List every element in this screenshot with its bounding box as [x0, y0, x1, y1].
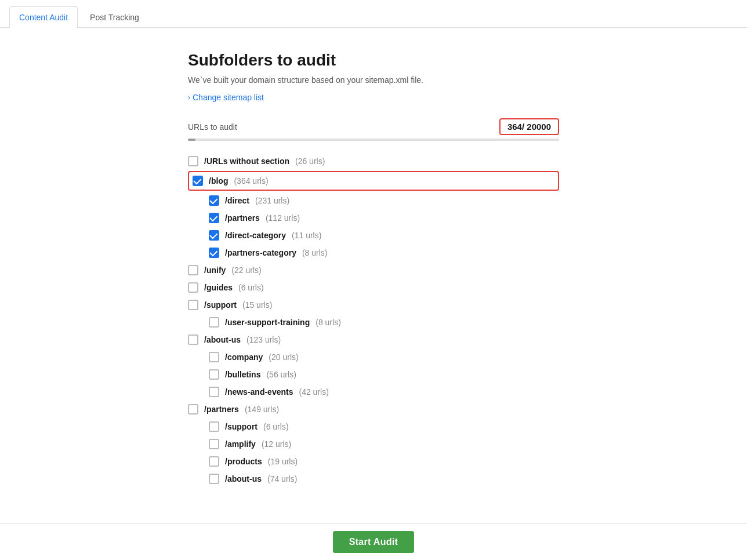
folder-count-about-us: (123 urls) [246, 335, 281, 344]
folder-item-amplify[interactable]: /amplify (12 urls) [188, 435, 559, 453]
checkbox-bulletins[interactable] [209, 369, 219, 380]
folder-item-direct-category[interactable]: /direct-category (11 urls) [188, 227, 559, 244]
checkbox-guides[interactable] [188, 282, 198, 293]
folder-item-support[interactable]: /support (15 urls) [188, 296, 559, 314]
folder-name-direct: /direct [225, 196, 249, 205]
checkbox-company[interactable] [209, 352, 219, 362]
folder-name-partners2: /partners [204, 405, 239, 414]
folder-item-news-and-events[interactable]: /news-and-events (42 urls) [188, 383, 559, 401]
main-content: Subfolders to audit We`ve built your dom… [0, 28, 747, 560]
folder-name-news-and-events: /news-and-events [225, 387, 293, 397]
folder-item-support2[interactable]: /support (6 urls) [188, 418, 559, 435]
checkbox-products[interactable] [209, 456, 219, 467]
folder-item-guides[interactable]: /guides (6 urls) [188, 279, 559, 296]
folder-count-support2: (6 urls) [263, 422, 289, 431]
footer-bar: Start Audit [0, 523, 747, 560]
folder-item-about-us2[interactable]: /about-us (74 urls) [188, 470, 559, 488]
folder-count-about-us2: (74 urls) [267, 474, 297, 483]
folder-count-user-support-training: (8 urls) [316, 318, 341, 327]
folder-count-unify: (22 urls) [231, 266, 261, 275]
checkbox-partners[interactable] [209, 213, 219, 223]
folder-name-urls-without-section: /URLs without section [204, 157, 289, 166]
folder-name-blog: /blog [209, 176, 228, 186]
folder-item-urls-without-section[interactable]: /URLs without section (26 urls) [188, 152, 559, 170]
folder-item-unify[interactable]: /unify (22 urls) [188, 261, 559, 279]
checkbox-direct-category[interactable] [209, 230, 219, 241]
urls-audit-row: URLs to audit 364/ 20000 [188, 118, 559, 135]
change-sitemap-link[interactable]: › Change sitemap list [188, 93, 264, 102]
folder-name-support2: /support [225, 422, 258, 431]
folder-name-about-us: /about-us [204, 335, 241, 344]
folder-item-about-us[interactable]: /about-us (123 urls) [188, 331, 559, 348]
folder-name-company: /company [225, 352, 263, 362]
folder-item-company[interactable]: /company (20 urls) [188, 348, 559, 366]
checkbox-partners-category[interactable] [209, 248, 219, 258]
folder-item-partners-category[interactable]: /partners-category (8 urls) [188, 244, 559, 261]
folder-count-partners2: (149 urls) [245, 405, 279, 414]
folder-count-company: (20 urls) [269, 352, 298, 362]
folder-count-amplify: (12 urls) [262, 439, 291, 449]
start-audit-button[interactable]: Start Audit [333, 531, 414, 553]
checkbox-unify[interactable] [188, 265, 198, 275]
folder-name-products: /products [225, 457, 262, 466]
tab-post-tracking[interactable]: Post Tracking [80, 6, 149, 28]
checkbox-amplify[interactable] [209, 439, 219, 449]
folder-count-partners-category: (8 urls) [302, 248, 328, 257]
checkbox-about-us[interactable] [188, 334, 198, 345]
folder-item-partners[interactable]: /partners (112 urls) [188, 209, 559, 227]
folder-list: /URLs without section (26 urls)/blog (36… [188, 152, 559, 488]
folder-item-partners2[interactable]: /partners (149 urls) [188, 401, 559, 418]
folder-name-guides: /guides [204, 283, 233, 292]
folder-name-amplify: /amplify [225, 439, 256, 449]
content-box: Subfolders to audit We`ve built your dom… [188, 51, 559, 488]
checkbox-about-us2[interactable] [209, 474, 219, 484]
folder-name-direct-category: /direct-category [225, 231, 286, 240]
folder-count-urls-without-section: (26 urls) [295, 157, 325, 166]
checkbox-direct[interactable] [209, 195, 219, 206]
folder-item-bulletins[interactable]: /bulletins (56 urls) [188, 366, 559, 383]
page-title: Subfolders to audit [188, 51, 559, 70]
folder-item-user-support-training[interactable]: /user-support-training (8 urls) [188, 314, 559, 331]
chevron-right-icon: › [188, 93, 190, 101]
folder-item-direct[interactable]: /direct (231 urls) [188, 192, 559, 209]
folder-name-about-us2: /about-us [225, 474, 262, 483]
checkbox-urls-without-section[interactable] [188, 156, 198, 166]
checkbox-support2[interactable] [209, 421, 219, 432]
page-subtitle: We`ve built your domain structure based … [188, 75, 559, 85]
change-sitemap-label: Change sitemap list [193, 93, 264, 102]
folder-name-partners: /partners [225, 213, 260, 223]
checkbox-partners2[interactable] [188, 404, 198, 414]
folder-name-user-support-training: /user-support-training [225, 318, 310, 327]
folder-count-blog: (364 urls) [234, 176, 268, 186]
folder-count-news-and-events: (42 urls) [299, 387, 328, 397]
folder-count-guides: (6 urls) [238, 283, 264, 292]
checkbox-blog[interactable] [193, 176, 203, 186]
folder-item-products[interactable]: /products (19 urls) [188, 453, 559, 470]
folder-count-direct-category: (11 urls) [292, 231, 321, 240]
folder-item-blog[interactable]: /blog (364 urls) [188, 171, 559, 191]
urls-progress-fill [188, 139, 195, 141]
urls-audit-label: URLs to audit [188, 122, 237, 132]
folder-count-direct: (231 urls) [255, 196, 289, 205]
folder-count-products: (19 urls) [268, 457, 298, 466]
tab-content-audit[interactable]: Content Audit [9, 6, 78, 28]
folder-name-support: /support [204, 300, 237, 310]
folder-name-bulletins: /bulletins [225, 370, 260, 379]
folder-count-bulletins: (56 urls) [266, 370, 296, 379]
tabs-bar: Content AuditPost Tracking [0, 0, 747, 28]
checkbox-news-and-events[interactable] [209, 387, 219, 397]
folder-name-partners-category: /partners-category [225, 248, 296, 257]
folder-count-support: (15 urls) [242, 300, 272, 310]
urls-progress-bar [188, 139, 559, 141]
folder-count-partners: (112 urls) [266, 213, 300, 223]
checkbox-support[interactable] [188, 300, 198, 310]
urls-count-box: 364/ 20000 [499, 118, 559, 135]
folder-name-unify: /unify [204, 266, 226, 275]
checkbox-user-support-training[interactable] [209, 317, 219, 328]
